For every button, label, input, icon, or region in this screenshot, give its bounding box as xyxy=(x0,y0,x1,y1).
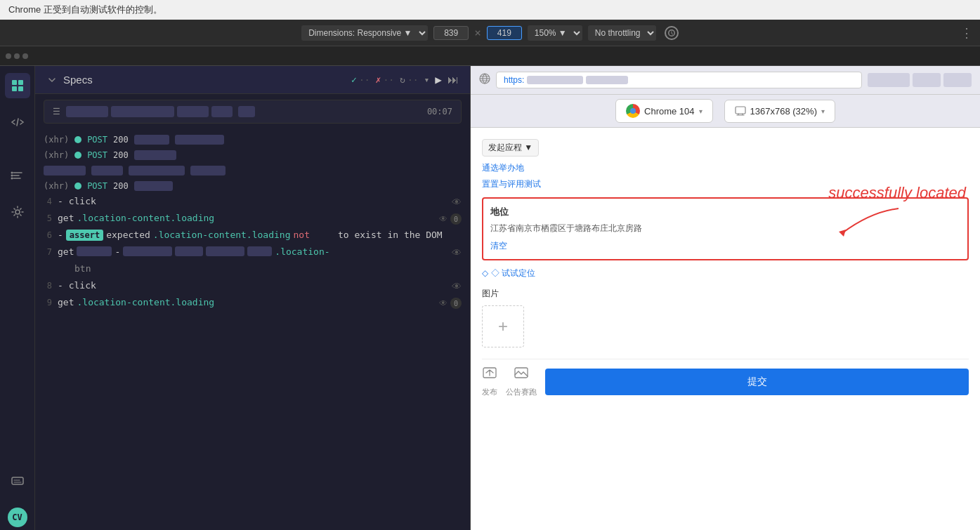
throttle-select[interactable]: No throttling xyxy=(588,25,656,41)
svg-rect-0 xyxy=(12,80,17,85)
annotation-arrow xyxy=(828,205,966,240)
chrome-browser-btn[interactable]: Chrome 104 ▾ xyxy=(615,99,713,123)
play-btn[interactable]: ▶ xyxy=(435,73,442,86)
zoom-item[interactable]: 150% ▼ xyxy=(528,25,582,41)
specs-header: Specs ✓ ·· ✗ ·· ↻ ·· ▾ xyxy=(35,66,470,94)
check-btn[interactable]: ✓ ·· xyxy=(351,74,370,85)
svg-point-4 xyxy=(11,172,13,174)
redact-7e xyxy=(247,246,272,256)
dimensions-item[interactable]: Dimensions: Responsive ▼ xyxy=(301,25,428,41)
publish-icon xyxy=(482,366,497,385)
publish-label: 发布 xyxy=(482,387,497,397)
test-block-2 xyxy=(111,106,174,117)
height-input[interactable] xyxy=(487,26,522,40)
add-location-link[interactable]: ◇ ◇ 试试定位 xyxy=(482,267,969,279)
not-keyword-6: not xyxy=(293,230,309,240)
width-input[interactable] xyxy=(433,26,469,40)
viewport-icon xyxy=(735,105,746,118)
dropdown-tag[interactable]: 发起应程 ▼ xyxy=(482,139,539,157)
clear-btn[interactable]: 清空 xyxy=(490,240,960,252)
sidebar-icon-cypress-logo[interactable]: CV xyxy=(5,505,30,530)
selector-9: .location-content.loading xyxy=(77,297,214,307)
loc-suffix-7: .location- xyxy=(275,246,329,257)
more-options-icon[interactable]: ⋮ xyxy=(960,25,973,40)
svg-marker-10 xyxy=(839,230,846,237)
submit-btn[interactable]: 提交 xyxy=(545,369,969,395)
dimensions-select[interactable]: Dimensions: Responsive ▼ xyxy=(301,25,428,41)
code-line-7: 7 get - .location- 👁 xyxy=(35,244,470,261)
skip-btn[interactable]: ⏭ xyxy=(447,73,459,86)
annotation-box: successfully located xyxy=(828,184,966,240)
form-dropdown-bar: 发起应程 ▼ xyxy=(482,139,969,157)
sidebar-icon-steps[interactable] xyxy=(5,163,30,188)
sidebar-icon-code[interactable] xyxy=(5,110,30,135)
line-num-6: 6 xyxy=(35,230,52,240)
add-image-btn[interactable]: + xyxy=(482,305,524,347)
cache-icon[interactable] xyxy=(665,26,679,40)
line-content-6: - assert expected .location-content.load… xyxy=(58,230,462,241)
refresh-btn[interactable]: ↻ ·· xyxy=(400,74,418,85)
sidebar-icon-grid[interactable] xyxy=(5,73,30,98)
dropdown-btn[interactable]: ▾ xyxy=(424,74,430,85)
tab-dot-1 xyxy=(6,53,11,59)
badge-0-icon-9: 0 xyxy=(450,298,462,309)
post-label-2: POST xyxy=(87,150,107,160)
url-redact-2 xyxy=(586,76,628,84)
badge-0-icon-5: 0 xyxy=(450,213,462,225)
svg-rect-9 xyxy=(736,107,745,114)
url-redact-1 xyxy=(527,76,583,84)
redact-7a xyxy=(77,246,112,256)
viewport-btn[interactable]: 1367x768 (32%) ▾ xyxy=(724,100,835,123)
preview-panel: https: Chrome 104 ▾ xyxy=(471,66,980,530)
svg-rect-3 xyxy=(18,86,23,91)
specs-controls: ✓ ·· ✗ ·· ↻ ·· ▾ ▶ ⏭ xyxy=(351,73,459,86)
gallery-label: 公告赛跑 xyxy=(506,387,537,397)
dash-6: - xyxy=(58,230,63,240)
nav-block-3 xyxy=(943,73,972,87)
cross-btn[interactable]: ✗ ·· xyxy=(376,74,394,85)
selector-6: .location-content.loading xyxy=(153,230,291,240)
svg-point-6 xyxy=(11,178,13,180)
test-block-4 xyxy=(211,106,233,117)
images-section: 图片 + xyxy=(482,288,969,347)
get-keyword-7: get xyxy=(58,246,74,257)
line-content-9: get .location-content.loading xyxy=(58,297,462,307)
continuation-line: btn xyxy=(35,261,470,278)
dropdown-label: 发起应程 ▼ xyxy=(488,142,533,154)
status-dot-3 xyxy=(74,183,81,190)
sidebar-icon-keyboard[interactable] xyxy=(5,468,30,493)
throttling-item[interactable]: No throttling xyxy=(588,25,656,41)
specs-panel: Specs ✓ ·· ✗ ·· ↻ ·· ▾ xyxy=(35,66,471,530)
code-line-4: 4 - click 👁 xyxy=(35,194,470,211)
zoom-select[interactable]: 150% ▼ xyxy=(528,25,582,41)
status-dot-1 xyxy=(74,136,81,143)
to-exist-6: to exist in the DOM xyxy=(315,230,443,240)
eye-icon-9: 👁 xyxy=(439,298,447,308)
click-keyword-8: - click xyxy=(58,280,96,291)
line-num-4: 4 xyxy=(35,196,52,206)
test-list-blocks xyxy=(66,106,233,117)
redact-g1d xyxy=(190,166,226,175)
test-list-item[interactable]: ☰ 00:07 xyxy=(44,100,462,124)
notification-text: Chrome 正受到自动测试软件的控制。 xyxy=(8,4,162,16)
test-block-3 xyxy=(177,106,209,117)
devtools-toolbar: Dimensions: Responsive ▼ × 150% ▼ No thr… xyxy=(0,20,980,46)
link-address[interactable]: 通选举办地 xyxy=(482,162,969,174)
form-icon-btn-1[interactable]: 发布 xyxy=(482,366,497,397)
line-content-5: get .location-content.loading xyxy=(58,213,462,223)
eye-icon-8: 👁 xyxy=(452,281,462,292)
line-num-7: 7 xyxy=(35,246,52,257)
chrome-label: Chrome 104 xyxy=(644,106,695,117)
xhr-label-2: (xhr) xyxy=(44,150,69,160)
sidebar-icon-settings[interactable] xyxy=(5,199,30,225)
redact-1a xyxy=(134,135,169,145)
svg-point-5 xyxy=(11,175,13,177)
line-content-4: - click xyxy=(58,196,462,206)
post-label-3: POST xyxy=(87,181,107,191)
redact-2a xyxy=(134,150,176,160)
form-icon-btn-2[interactable]: 公告赛跑 xyxy=(506,366,537,397)
url-prefix: https: xyxy=(504,75,524,85)
xhr-label-3: (xhr) xyxy=(44,181,69,191)
url-bar[interactable]: https: xyxy=(496,72,862,88)
eye-icon-5: 👁 xyxy=(439,214,447,224)
